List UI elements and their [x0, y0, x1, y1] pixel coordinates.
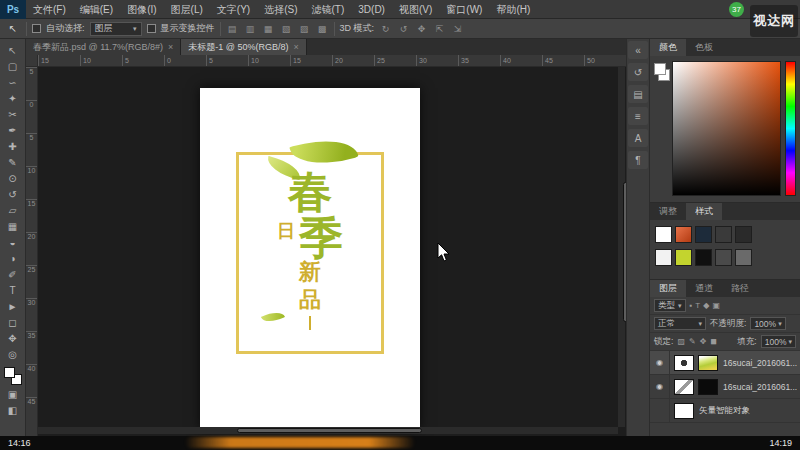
- notification-badge[interactable]: 37: [729, 2, 744, 17]
- screen-mode-icon[interactable]: ◧: [2, 402, 24, 418]
- 3d-scale-icon[interactable]: ⇲: [451, 24, 464, 34]
- hue-slider[interactable]: [785, 61, 796, 196]
- align-center-icon[interactable]: ▨: [298, 24, 311, 34]
- ruler-origin-corner[interactable]: [26, 55, 38, 67]
- fill-input[interactable]: 100% ▾: [761, 335, 796, 348]
- align-right-icon[interactable]: ▩: [316, 24, 329, 34]
- filter-type-icon[interactable]: T: [695, 301, 700, 310]
- lock-transparency-icon[interactable]: ▨: [677, 337, 685, 346]
- style-swatch[interactable]: [715, 226, 732, 243]
- type-tool[interactable]: T: [2, 282, 24, 298]
- layer-name[interactable]: 矢量智能对象: [699, 405, 750, 417]
- 3d-drag-icon[interactable]: ✥: [415, 24, 428, 34]
- marquee-tool[interactable]: ▢: [2, 58, 24, 74]
- menu-window[interactable]: 窗口(W): [439, 0, 489, 19]
- history-brush-tool[interactable]: ↺: [2, 186, 24, 202]
- lock-paint-icon[interactable]: ✎: [689, 337, 696, 346]
- layer-name[interactable]: 16sucai_2016061...: [723, 358, 797, 368]
- zoom-tool[interactable]: ◎: [2, 346, 24, 362]
- tab-layers[interactable]: 图层: [650, 280, 686, 297]
- style-swatch[interactable]: [735, 226, 752, 243]
- eraser-tool[interactable]: ▱: [2, 202, 24, 218]
- layer-thumbnail[interactable]: [674, 403, 694, 419]
- quick-selection-tool[interactable]: ✦: [2, 90, 24, 106]
- scrollbar-thumb[interactable]: [237, 428, 422, 433]
- expand-panels-icon[interactable]: «: [628, 41, 648, 59]
- canvas-document[interactable]: 春 日 季 新 品: [200, 88, 420, 430]
- visibility-eye-icon[interactable]: ◉: [650, 351, 670, 374]
- tab-paths[interactable]: 路径: [722, 280, 758, 297]
- opacity-input[interactable]: 100% ▾: [750, 317, 785, 330]
- menu-edit[interactable]: 编辑(E): [73, 0, 120, 19]
- menu-select[interactable]: 选择(S): [257, 0, 304, 19]
- hand-tool[interactable]: ✥: [2, 330, 24, 346]
- filter-pixel-icon[interactable]: ▪: [690, 301, 693, 310]
- close-icon[interactable]: ×: [293, 42, 298, 52]
- tab-adjustments[interactable]: 调整: [650, 203, 686, 220]
- path-selection-tool[interactable]: ►: [2, 298, 24, 314]
- style-swatch[interactable]: [675, 226, 692, 243]
- healing-brush-tool[interactable]: ✚: [2, 138, 24, 154]
- gradient-tool[interactable]: ▦: [2, 218, 24, 234]
- layer-row[interactable]: ◉ 16sucai_2016061...: [650, 351, 800, 375]
- layer-thumbnail[interactable]: [674, 355, 694, 371]
- align-middle-icon[interactable]: ▥: [244, 24, 257, 34]
- tab-untitled-1[interactable]: 未标题-1 @ 50%(RGB/8) ×: [181, 39, 306, 55]
- tab-spring-psd[interactable]: 春季新品.psd @ 11.7%(RGB/8#) ×: [26, 39, 181, 55]
- menu-filter[interactable]: 滤镜(T): [305, 0, 352, 19]
- menu-3d[interactable]: 3D(D): [351, 0, 392, 19]
- align-top-icon[interactable]: ▤: [226, 24, 239, 34]
- crop-tool[interactable]: ✂: [2, 106, 24, 122]
- layer-name[interactable]: 16sucai_2016061...: [723, 382, 797, 392]
- visibility-eye-empty[interactable]: [650, 399, 670, 422]
- pen-tool[interactable]: ✐: [2, 266, 24, 282]
- paragraph-panel-icon[interactable]: ¶: [628, 151, 648, 169]
- close-icon[interactable]: ×: [168, 42, 173, 52]
- tab-color[interactable]: 颜色: [650, 39, 686, 56]
- layer-row[interactable]: ◉ 16sucai_2016061...: [650, 375, 800, 399]
- align-bottom-icon[interactable]: ▦: [262, 24, 275, 34]
- history-panel-icon[interactable]: ↺: [628, 63, 648, 81]
- 3d-roll-icon[interactable]: ↺: [397, 24, 410, 34]
- shape-tool[interactable]: ◻: [2, 314, 24, 330]
- layer-thumbnail[interactable]: [698, 379, 718, 395]
- brush-tool[interactable]: ✎: [2, 154, 24, 170]
- menu-help[interactable]: 帮助(H): [489, 0, 537, 19]
- menu-layer[interactable]: 图层(L): [164, 0, 210, 19]
- tab-swatches[interactable]: 色板: [686, 39, 722, 56]
- info-panel-icon[interactable]: ≡: [628, 107, 648, 125]
- layer-thumbnail[interactable]: [674, 379, 694, 395]
- auto-select-target-dropdown[interactable]: 图层 ▾: [90, 22, 142, 36]
- show-transform-checkbox[interactable]: [147, 24, 156, 33]
- foreground-color-swatch[interactable]: [654, 63, 666, 75]
- filter-smart-icon[interactable]: ▣: [712, 301, 720, 310]
- saturation-brightness-picker[interactable]: [672, 61, 781, 196]
- visibility-eye-icon[interactable]: ◉: [650, 375, 670, 398]
- style-swatch[interactable]: [715, 249, 732, 266]
- foreground-background-swatches[interactable]: [3, 366, 23, 386]
- filter-type-dropdown[interactable]: 类型 ▾: [654, 299, 686, 312]
- blend-mode-dropdown[interactable]: 正常 ▾: [654, 317, 706, 330]
- layer-row[interactable]: 矢量智能对象: [650, 399, 800, 423]
- lock-all-icon[interactable]: ◼: [710, 337, 717, 346]
- lasso-tool[interactable]: ∽: [2, 74, 24, 90]
- layer-thumbnail[interactable]: [698, 355, 718, 371]
- 3d-rotate-icon[interactable]: ↻: [379, 24, 392, 34]
- horizontal-scrollbar[interactable]: [38, 427, 618, 434]
- tab-styles[interactable]: 样式: [686, 203, 722, 220]
- eyedropper-tool[interactable]: ✒: [2, 122, 24, 138]
- vertical-scrollbar[interactable]: [618, 67, 625, 427]
- menu-file[interactable]: 文件(F): [26, 0, 73, 19]
- quick-mask-icon[interactable]: ▣: [2, 386, 24, 402]
- filter-shape-icon[interactable]: ◆: [703, 301, 709, 310]
- character-panel-icon[interactable]: A: [628, 129, 648, 147]
- foreground-color-swatch[interactable]: [4, 367, 15, 378]
- properties-panel-icon[interactable]: ▤: [628, 85, 648, 103]
- style-swatch[interactable]: [655, 249, 672, 266]
- menu-type[interactable]: 文字(Y): [210, 0, 257, 19]
- style-swatch[interactable]: [695, 249, 712, 266]
- style-swatch[interactable]: [695, 226, 712, 243]
- style-swatch[interactable]: [735, 249, 752, 266]
- auto-select-checkbox[interactable]: [32, 24, 41, 33]
- blur-tool[interactable]: ◒: [2, 234, 24, 250]
